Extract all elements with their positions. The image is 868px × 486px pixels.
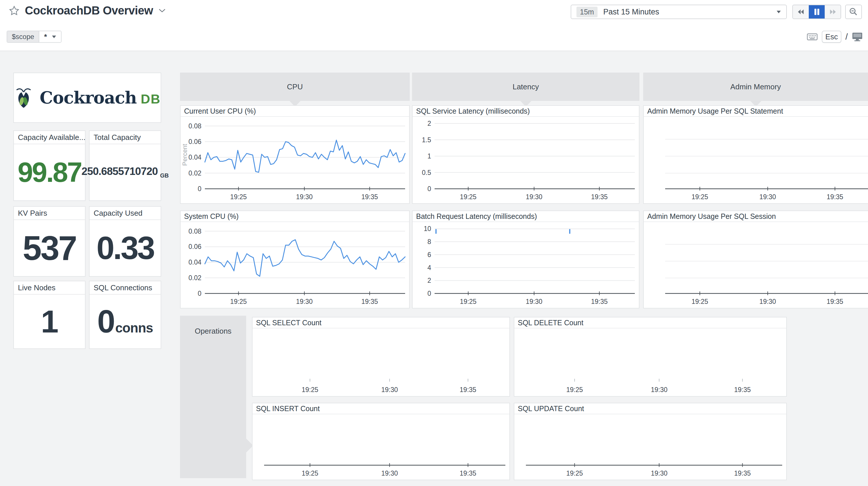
- widget-title: KV Pairs: [14, 207, 85, 220]
- esc-key-badge: Esc: [822, 31, 841, 43]
- pause-button[interactable]: [809, 5, 825, 19]
- header: CockroachDB Overview 15m Past 15 Minutes…: [0, 0, 868, 51]
- live-nodes-value: 1: [41, 306, 58, 337]
- chart-title: Admin Memory Usage Per SQL Session: [644, 211, 868, 222]
- chart-plot-sql-select-count[interactable]: 19:2519:3019:35: [252, 328, 509, 396]
- svg-text:19:25: 19:25: [302, 386, 318, 394]
- svg-text:0.04: 0.04: [188, 258, 202, 266]
- svg-text:19:35: 19:35: [734, 469, 751, 477]
- zoom-out-icon: [849, 7, 858, 17]
- capacity-available-value: 99.87: [18, 159, 81, 186]
- template-variable-value[interactable]: *: [39, 31, 61, 42]
- chart-plot-sql-service-latency[interactable]: 00.511.5219:2519:3019:35: [413, 117, 639, 203]
- chart-plot-admin-memory-session[interactable]: 19:2519:3019:35: [644, 222, 868, 308]
- svg-text:19:30: 19:30: [526, 298, 542, 305]
- svg-text:8: 8: [427, 238, 431, 246]
- fast-forward-button[interactable]: [825, 5, 841, 19]
- widget-live-nodes: Live Nodes 1: [13, 281, 86, 349]
- chart-title: SQL INSERT Count: [252, 403, 509, 414]
- widget-kv-pairs: KV Pairs 537: [13, 206, 86, 277]
- svg-text:2: 2: [427, 120, 431, 127]
- svg-text:19:25: 19:25: [566, 469, 583, 477]
- title-chevron-down-icon[interactable]: [158, 8, 166, 13]
- svg-text:19:25: 19:25: [691, 193, 708, 201]
- svg-text:19:30: 19:30: [381, 469, 398, 477]
- chart-title: SQL SELECT Count: [252, 317, 509, 328]
- brand-text: Cockroach: [39, 88, 137, 108]
- svg-text:19:30: 19:30: [760, 298, 776, 305]
- widget-title: Capacity Used: [90, 207, 161, 220]
- widget-system-cpu: System CPU (%) 00.020.040.060.0819:2519:…: [180, 210, 410, 309]
- playback-controls: [792, 5, 841, 19]
- svg-text:6: 6: [427, 251, 431, 258]
- svg-text:0.02: 0.02: [188, 274, 202, 282]
- widget-batch-request-latency: Batch Request Latency (milliseconds) 024…: [412, 210, 640, 309]
- chart-plot-system-cpu[interactable]: 00.020.040.060.0819:2519:3019:35: [181, 222, 409, 308]
- svg-text:0.06: 0.06: [188, 243, 202, 250]
- widget-sql-delete-count: SQL DELETE Count 19:2519:3019:35: [514, 317, 787, 397]
- svg-text:10: 10: [424, 225, 431, 232]
- kv-pairs-value: 537: [23, 231, 76, 265]
- widget-sql-update-count: SQL UPDATE Count 19:2519:3019:35: [514, 403, 787, 480]
- time-range-label: Past 15 Minutes: [603, 7, 771, 17]
- svg-text:19:25: 19:25: [230, 298, 247, 305]
- chart-plot-current-user-cpu[interactable]: 00.020.040.060.0819:2519:3019:35Percent: [181, 117, 409, 203]
- svg-text:19:30: 19:30: [651, 469, 668, 477]
- favorite-star-icon[interactable]: [9, 5, 20, 16]
- page-title: CockroachDB Overview: [25, 4, 153, 17]
- time-dropdown-caret-icon: [776, 10, 781, 13]
- svg-text:0.08: 0.08: [188, 122, 202, 130]
- svg-text:19:35: 19:35: [591, 193, 608, 201]
- svg-text:1: 1: [427, 152, 431, 160]
- chart-title: System CPU (%): [181, 211, 409, 222]
- svg-text:0.04: 0.04: [188, 153, 202, 161]
- group-header-admin-memory[interactable]: Admin Memory: [643, 73, 868, 101]
- chart-plot-batch-request-latency[interactable]: 024681019:2519:3019:35: [413, 222, 639, 308]
- cockroachdb-logo-widget: Cockroach DB: [13, 73, 161, 123]
- svg-text:19:35: 19:35: [827, 298, 843, 305]
- sql-connections-unit: conns: [115, 320, 153, 336]
- svg-text:19:35: 19:35: [734, 386, 751, 394]
- rewind-icon: [797, 8, 805, 15]
- chart-plot-sql-delete-count[interactable]: 19:2519:3019:35: [514, 328, 786, 396]
- total-capacity-unit: GB: [160, 172, 169, 179]
- widget-admin-memory-session: Admin Memory Usage Per SQL Session 19:25…: [643, 210, 868, 309]
- tv-mode-monitor-icon[interactable]: [852, 32, 863, 41]
- keyboard-icon[interactable]: [807, 32, 818, 41]
- brand-suffix-text: DB: [141, 92, 161, 107]
- widget-sql-service-latency: SQL Service Latency (milliseconds) 00.51…: [412, 105, 640, 204]
- group-header-latency[interactable]: Latency: [412, 73, 640, 101]
- time-range-badge: 15m: [577, 7, 597, 17]
- svg-text:19:30: 19:30: [296, 298, 313, 305]
- svg-text:0.08: 0.08: [188, 228, 202, 235]
- svg-text:19:25: 19:25: [302, 469, 318, 477]
- time-range-selector[interactable]: 15m Past 15 Minutes: [571, 5, 787, 19]
- svg-text:19:30: 19:30: [651, 386, 668, 394]
- svg-text:0.02: 0.02: [188, 169, 202, 177]
- total-capacity-value: 250.6855710720: [82, 166, 158, 177]
- svg-text:0: 0: [427, 185, 431, 193]
- svg-text:2: 2: [427, 277, 431, 284]
- svg-text:0: 0: [198, 290, 202, 297]
- svg-text:19:25: 19:25: [460, 193, 477, 201]
- chart-plot-admin-memory-statement[interactable]: 19:2519:3019:35: [644, 117, 868, 203]
- zoom-out-button[interactable]: [845, 5, 862, 19]
- group-label-operations: Operations: [180, 327, 246, 336]
- group-header-cpu[interactable]: CPU: [180, 73, 410, 101]
- sql-connections-value: 0: [97, 305, 115, 338]
- group-header-operations[interactable]: Operations: [180, 316, 246, 478]
- chart-plot-sql-insert-count[interactable]: 19:2519:3019:35: [252, 414, 509, 480]
- chart-title: Admin Memory Usage Per SQL Statement: [644, 106, 868, 117]
- widget-total-capacity: Total Capacity 250.6855710720 GB: [89, 131, 161, 201]
- rewind-button[interactable]: [793, 5, 809, 19]
- template-variable-scope[interactable]: $scope *: [7, 31, 62, 43]
- svg-text:4: 4: [427, 264, 431, 271]
- chart-plot-sql-update-count[interactable]: 19:2519:3019:35: [514, 414, 786, 480]
- svg-text:19:30: 19:30: [296, 193, 313, 201]
- svg-text:19:35: 19:35: [591, 298, 608, 305]
- title-row: CockroachDB Overview: [9, 4, 166, 17]
- svg-text:0.5: 0.5: [422, 169, 431, 176]
- svg-text:19:25: 19:25: [566, 386, 583, 394]
- widget-capacity-used: Capacity Used 0.33: [89, 206, 161, 277]
- capacity-used-value: 0.33: [96, 232, 154, 264]
